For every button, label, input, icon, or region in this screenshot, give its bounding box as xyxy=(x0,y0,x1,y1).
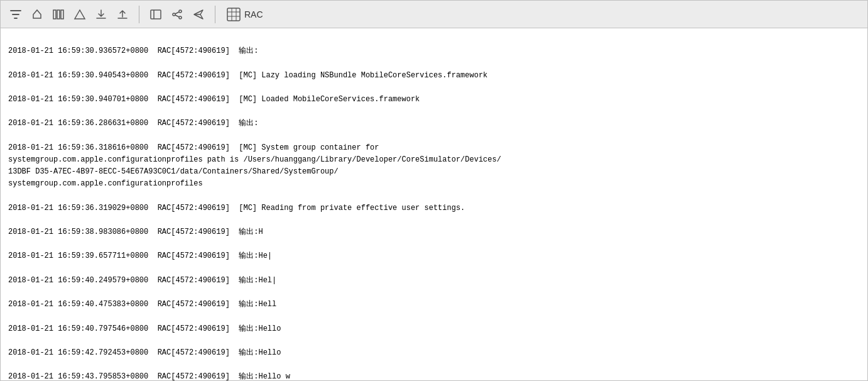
log-line: 2018-01-21 16:59:30.940543+0800 RAC[4572… xyxy=(8,70,860,82)
send-icon[interactable] xyxy=(191,7,206,22)
warning-icon[interactable] xyxy=(72,7,87,22)
log-content: 2018-01-21 16:59:30.936572+0800 RAC[4572… xyxy=(8,33,860,380)
svg-point-4 xyxy=(173,13,175,16)
grid-icon xyxy=(227,8,241,21)
svg-rect-0 xyxy=(53,10,56,19)
log-line: 2018-01-21 16:59:39.657711+0800 RAC[4572… xyxy=(8,250,860,262)
filter-icon[interactable] xyxy=(8,7,23,22)
log-line: 2018-01-21 16:59:42.792453+0800 RAC[4572… xyxy=(8,347,860,359)
svg-rect-7 xyxy=(227,8,240,21)
svg-point-5 xyxy=(179,10,182,13)
columns-icon[interactable] xyxy=(51,7,66,22)
log-line: 2018-01-21 16:59:40.797546+0800 RAC[4572… xyxy=(8,323,860,335)
log-line: 2018-01-21 16:59:36.319029+0800 RAC[4572… xyxy=(8,202,860,214)
toolbar: RAC xyxy=(1,1,867,28)
log-line: 2018-01-21 16:59:30.936572+0800 RAC[4572… xyxy=(8,45,860,57)
tag-icon[interactable] xyxy=(30,7,45,22)
sidebar-icon[interactable] xyxy=(148,7,163,22)
log-line: 2018-01-21 16:59:36.286631+0800 RAC[4572… xyxy=(8,118,860,130)
svg-rect-3 xyxy=(151,10,161,19)
log-line: 2018-01-21 16:59:30.940701+0800 RAC[4572… xyxy=(8,94,860,106)
separator-1 xyxy=(139,6,139,23)
log-line: 2018-01-21 16:59:40.249579+0800 RAC[4572… xyxy=(8,275,860,287)
log-line: 2018-01-21 16:59:40.475383+0800 RAC[4572… xyxy=(8,299,860,311)
toolbar-title: RAC xyxy=(227,8,263,21)
svg-point-6 xyxy=(179,16,182,19)
log-line: 2018-01-21 16:59:36.318616+0800 RAC[4572… xyxy=(8,142,860,190)
svg-rect-1 xyxy=(57,10,60,19)
log-line: 2018-01-21 16:59:43.795853+0800 RAC[4572… xyxy=(8,371,860,380)
log-line: 2018-01-21 16:59:38.983086+0800 RAC[4572… xyxy=(8,226,860,238)
download-icon[interactable] xyxy=(94,7,109,22)
separator-2 xyxy=(215,6,215,23)
upload-icon[interactable] xyxy=(115,7,130,22)
svg-rect-2 xyxy=(61,10,63,19)
share-icon[interactable] xyxy=(170,7,185,22)
log-area[interactable]: 2018-01-21 16:59:30.936572+0800 RAC[4572… xyxy=(1,28,867,380)
toolbar-title-text: RAC xyxy=(244,9,263,19)
main-window: RAC 2018-01-21 16:59:30.936572+0800 RAC[… xyxy=(0,0,868,381)
